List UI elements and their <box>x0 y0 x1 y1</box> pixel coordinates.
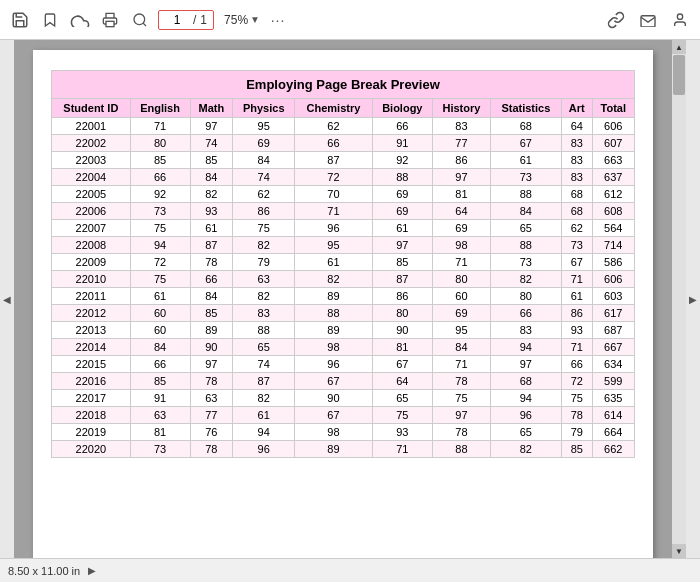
table-cell: 94 <box>130 237 190 254</box>
table-cell: 22007 <box>52 220 131 237</box>
table-cell: 85 <box>190 152 233 169</box>
scroll-up-button[interactable]: ▲ <box>672 40 686 54</box>
table-header-cell: Physics <box>233 99 295 118</box>
table-cell: 634 <box>592 356 634 373</box>
table-cell: 64 <box>561 118 592 135</box>
table-cell: 73 <box>130 203 190 220</box>
link-icon[interactable] <box>604 8 628 32</box>
user-icon[interactable] <box>668 8 692 32</box>
table-cell: 76 <box>190 424 233 441</box>
table-cell: 75 <box>372 407 433 424</box>
table-cell: 94 <box>490 339 561 356</box>
table-cell: 22013 <box>52 322 131 339</box>
scroll-down-button[interactable]: ▼ <box>672 544 686 558</box>
table-cell: 22016 <box>52 373 131 390</box>
table-cell: 93 <box>372 424 433 441</box>
table-cell: 60 <box>433 288 491 305</box>
page-separator: / <box>193 13 196 27</box>
table-cell: 87 <box>190 237 233 254</box>
table-cell: 22015 <box>52 356 131 373</box>
table-cell: 70 <box>295 186 372 203</box>
table-header-cell: Total <box>592 99 634 118</box>
bookmark-icon[interactable] <box>38 8 62 32</box>
page-size-label: 8.50 x 11.00 in <box>8 565 80 577</box>
table-cell: 85 <box>372 254 433 271</box>
table-cell: 94 <box>490 390 561 407</box>
table-header-cell: Biology <box>372 99 433 118</box>
table-cell: 75 <box>130 220 190 237</box>
mail-icon[interactable] <box>636 8 660 32</box>
table-cell: 74 <box>233 169 295 186</box>
table-row: 220059282627069818868612 <box>52 186 635 203</box>
table-cell: 83 <box>561 169 592 186</box>
print-icon[interactable] <box>98 8 122 32</box>
table-cell: 603 <box>592 288 634 305</box>
table-cell: 22011 <box>52 288 131 305</box>
search-icon[interactable] <box>128 8 152 32</box>
table-cell: 78 <box>433 373 491 390</box>
table-cell: 98 <box>295 339 372 356</box>
table-cell: 85 <box>190 305 233 322</box>
svg-point-1 <box>134 14 145 25</box>
scroll-thumb[interactable] <box>673 55 685 95</box>
table-cell: 82 <box>233 237 295 254</box>
table-cell: 73 <box>490 169 561 186</box>
table-cell: 635 <box>592 390 634 407</box>
table-row: 220116184828986608061603 <box>52 288 635 305</box>
table-cell: 87 <box>372 271 433 288</box>
table-cell: 72 <box>130 254 190 271</box>
table-cell: 22019 <box>52 424 131 441</box>
svg-line-2 <box>143 23 146 26</box>
right-nav-arrow[interactable]: ▶ <box>686 40 700 558</box>
table-cell: 714 <box>592 237 634 254</box>
table-cell: 78 <box>433 424 491 441</box>
table-cell: 22002 <box>52 135 131 152</box>
table-cell: 564 <box>592 220 634 237</box>
table-cell: 586 <box>592 254 634 271</box>
table-cell: 22010 <box>52 271 131 288</box>
table-cell: 66 <box>130 169 190 186</box>
table-cell: 61 <box>490 152 561 169</box>
table-cell: 81 <box>372 339 433 356</box>
bottom-bar: 8.50 x 11.00 in ▶ <box>0 558 700 582</box>
bottom-nav-arrow[interactable]: ▶ <box>88 565 96 576</box>
table-cell: 71 <box>433 356 491 373</box>
table-cell: 637 <box>592 169 634 186</box>
table-cell: 95 <box>295 237 372 254</box>
more-options-button[interactable]: ··· <box>266 8 290 32</box>
table-cell: 78 <box>190 441 233 458</box>
table-cell: 73 <box>490 254 561 271</box>
left-nav-arrow[interactable]: ◀ <box>0 40 14 558</box>
table-cell: 97 <box>490 356 561 373</box>
table-row: 220038585848792866183663 <box>52 152 635 169</box>
table-cell: 68 <box>561 203 592 220</box>
table-cell: 22018 <box>52 407 131 424</box>
zoom-dropdown-arrow[interactable]: ▼ <box>250 14 260 25</box>
table-cell: 22001 <box>52 118 131 135</box>
table-cell: 90 <box>295 390 372 407</box>
table-cell: 22004 <box>52 169 131 186</box>
document-page: Employing Page Break Preview Student IDE… <box>33 50 653 558</box>
table-cell: 617 <box>592 305 634 322</box>
table-cell: 614 <box>592 407 634 424</box>
table-cell: 97 <box>190 118 233 135</box>
table-cell: 92 <box>130 186 190 203</box>
table-cell: 663 <box>592 152 634 169</box>
table-cell: 72 <box>561 373 592 390</box>
table-cell: 63 <box>233 271 295 288</box>
table-cell: 71 <box>372 441 433 458</box>
table-cell: 75 <box>233 220 295 237</box>
table-cell: 65 <box>490 424 561 441</box>
table-cell: 61 <box>130 288 190 305</box>
table-cell: 69 <box>372 203 433 220</box>
page-navigation: 1 / 1 <box>158 10 214 30</box>
cloud-icon[interactable] <box>68 8 92 32</box>
table-header-row: Student IDEnglishMathPhysicsChemistryBio… <box>52 99 635 118</box>
table-cell: 83 <box>490 322 561 339</box>
save-icon[interactable] <box>8 8 32 32</box>
zoom-value: 75% <box>224 13 248 27</box>
table-cell: 22020 <box>52 441 131 458</box>
table-cell: 95 <box>433 322 491 339</box>
table-cell: 82 <box>295 271 372 288</box>
page-current-input[interactable]: 1 <box>165 13 189 27</box>
